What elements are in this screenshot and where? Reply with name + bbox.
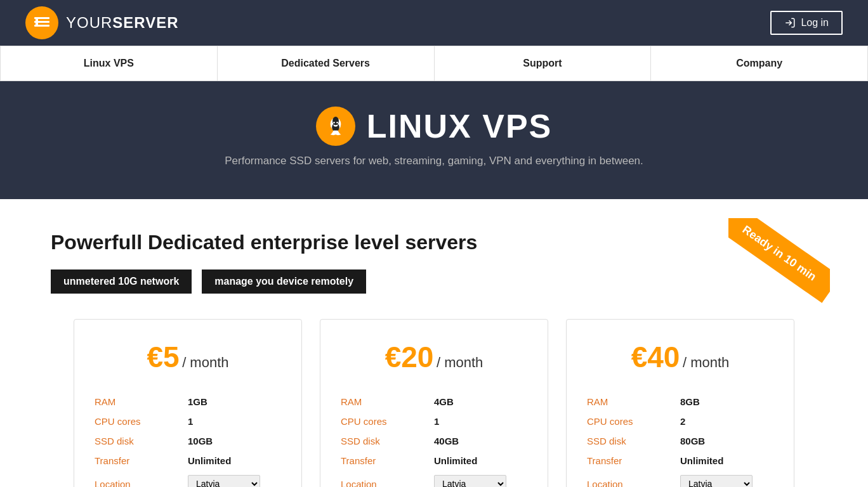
price-period-3: / month — [683, 354, 729, 370]
nav-linux-vps[interactable]: Linux VPS — [1, 46, 218, 81]
disk-label-2: SSD disk — [341, 431, 434, 451]
price-period-1: / month — [182, 354, 228, 370]
cpu-value-3: 2 — [680, 412, 773, 431]
login-icon — [784, 17, 796, 29]
header: YOURSERVER Log in — [0, 0, 868, 46]
logo-icon — [25, 6, 58, 39]
table-row: CPU cores 1 — [95, 412, 281, 431]
price-period-2: / month — [437, 354, 483, 370]
svg-point-10 — [332, 117, 339, 125]
logo-text-part1: YOUR — [66, 14, 112, 31]
location-label-2: Location — [341, 471, 434, 487]
badge-remote: manage you device remotely — [202, 269, 366, 294]
ram-value-3: 8GB — [680, 392, 773, 412]
table-row: RAM 8GB — [587, 392, 773, 412]
logo-svg — [32, 13, 52, 33]
price-amount-1: €5 — [147, 341, 180, 373]
ram-value-1: 1GB — [188, 392, 281, 412]
main-nav: Linux VPS Dedicated Servers Support Comp… — [0, 46, 868, 81]
price-row-2: €20 / month — [341, 340, 527, 374]
location-select-3[interactable]: Latvia Germany Netherlands USA — [680, 475, 753, 487]
hero-linux-icon — [316, 107, 355, 146]
tux-icon — [323, 114, 348, 139]
login-label: Log in — [801, 17, 829, 29]
cpu-label-2: CPU cores — [341, 412, 434, 431]
svg-rect-3 — [36, 17, 38, 27]
ram-label-1: RAM — [95, 392, 188, 412]
cpu-value-1: 1 — [188, 412, 281, 431]
transfer-label-2: Transfer — [341, 451, 434, 471]
ram-label-2: RAM — [341, 392, 434, 412]
table-row: SSD disk 40GB — [341, 431, 527, 451]
svg-point-11 — [333, 122, 335, 124]
login-button[interactable]: Log in — [770, 11, 843, 35]
disk-value-1: 10GB — [188, 431, 281, 451]
hero-title: LINUX VPS — [367, 107, 553, 145]
location-select-2[interactable]: Latvia Germany Netherlands USA — [434, 475, 506, 487]
badge-network: unmetered 10G network — [51, 269, 192, 294]
location-select-cell-3: Latvia Germany Netherlands USA — [680, 471, 773, 487]
table-row: SSD disk 10GB — [95, 431, 281, 451]
table-row: Location Latvia Germany Netherlands USA — [587, 471, 773, 487]
cpu-value-2: 1 — [434, 412, 527, 431]
disk-value-2: 40GB — [434, 431, 527, 451]
transfer-label-1: Transfer — [95, 451, 188, 471]
table-row: Location Latvia Germany Netherlands USA — [341, 471, 527, 487]
table-row: Transfer Unlimited — [341, 451, 527, 471]
table-row: Transfer Unlimited — [95, 451, 281, 471]
location-select-cell-2: Latvia Germany Netherlands USA — [434, 471, 527, 487]
hero-title-row: LINUX VPS — [13, 107, 855, 146]
table-row: Transfer Unlimited — [587, 451, 773, 471]
logo-text-part2: SERVER — [112, 14, 178, 31]
ribbon-container: Ready in 10 min — [728, 218, 830, 320]
hero-section: LINUX VPS Performance SSD servers for we… — [0, 81, 868, 199]
disk-label-1: SSD disk — [95, 431, 188, 451]
location-label-1: Location — [95, 471, 188, 487]
location-select-1[interactable]: Latvia Germany Netherlands USA — [188, 475, 260, 487]
spec-table-1: RAM 1GB CPU cores 1 SSD disk 10GB Transf… — [95, 392, 281, 487]
table-row: CPU cores 1 — [341, 412, 527, 431]
spec-table-2: RAM 4GB CPU cores 1 SSD disk 40GB Transf… — [341, 392, 527, 487]
price-row-1: €5 / month — [95, 340, 281, 374]
transfer-value-3: Unlimited — [680, 451, 773, 471]
pricing-card-1: €5 / month RAM 1GB CPU cores 1 SSD disk … — [74, 319, 302, 487]
spec-table-3: RAM 8GB CPU cores 2 SSD disk 80GB Transf… — [587, 392, 773, 487]
price-amount-3: €40 — [631, 341, 680, 373]
badges-row: unmetered 10G network manage you device … — [51, 269, 817, 294]
disk-label-3: SSD disk — [587, 431, 680, 451]
nav-company[interactable]: Company — [651, 46, 867, 81]
ram-label-3: RAM — [587, 392, 680, 412]
pricing-card-2: €20 / month RAM 4GB CPU cores 1 SSD disk… — [320, 319, 548, 487]
ram-value-2: 4GB — [434, 392, 527, 412]
transfer-value-1: Unlimited — [188, 451, 281, 471]
svg-point-12 — [336, 122, 338, 124]
pricing-card-3: €40 / month RAM 8GB CPU cores 2 SSD disk… — [566, 319, 794, 487]
disk-value-3: 80GB — [680, 431, 773, 451]
section-title: Powerfull Dedicated enterprise level ser… — [51, 231, 817, 254]
content-section: Ready in 10 min Powerfull Dedicated ente… — [0, 199, 868, 487]
location-label-3: Location — [587, 471, 680, 487]
table-row: RAM 4GB — [341, 392, 527, 412]
table-row: SSD disk 80GB — [587, 431, 773, 451]
nav-support[interactable]: Support — [435, 46, 652, 81]
cpu-label-3: CPU cores — [587, 412, 680, 431]
price-amount-2: €20 — [385, 341, 434, 373]
logo-area: YOURSERVER — [25, 6, 179, 39]
table-row: CPU cores 2 — [587, 412, 773, 431]
table-row: Location Latvia Germany Netherlands USA — [95, 471, 281, 487]
location-select-cell-1: Latvia Germany Netherlands USA — [188, 471, 281, 487]
transfer-value-2: Unlimited — [434, 451, 527, 471]
logo-text: YOURSERVER — [66, 14, 179, 32]
cpu-label-1: CPU cores — [95, 412, 188, 431]
transfer-label-3: Transfer — [587, 451, 680, 471]
ready-ribbon: Ready in 10 min — [728, 218, 830, 303]
pricing-row: €5 / month RAM 1GB CPU cores 1 SSD disk … — [51, 319, 817, 487]
price-row-3: €40 / month — [587, 340, 773, 374]
table-row: RAM 1GB — [95, 392, 281, 412]
hero-subtitle: Performance SSD servers for web, streami… — [13, 155, 855, 167]
nav-dedicated-servers[interactable]: Dedicated Servers — [218, 46, 435, 81]
